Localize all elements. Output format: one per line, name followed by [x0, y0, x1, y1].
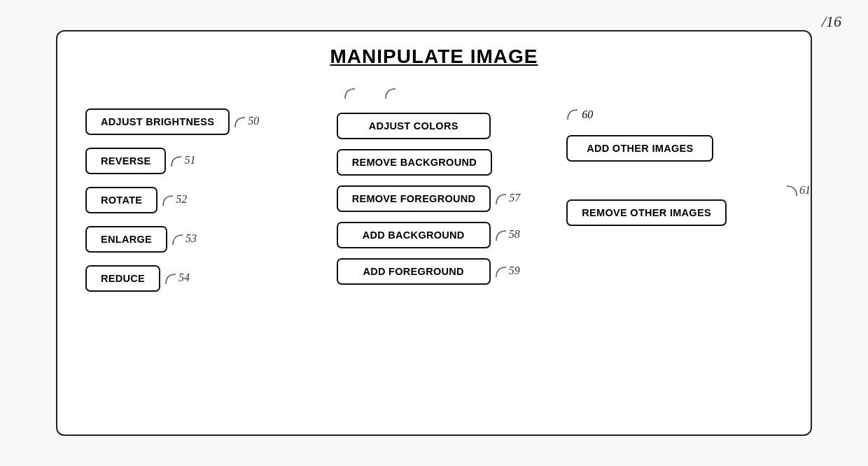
- box-57[interactable]: REMOVE FOREGROUND: [337, 185, 491, 212]
- curve-icon: [785, 185, 799, 197]
- ref-51: 51: [170, 154, 195, 167]
- ref-54: 54: [164, 271, 190, 285]
- center-item-57: REMOVE FOREGROUND57: [337, 185, 553, 212]
- box-55[interactable]: ADJUST COLORS: [337, 113, 491, 139]
- box-52[interactable]: ROTATE: [85, 187, 158, 213]
- left-item-53: ENLARGE53: [85, 226, 316, 253]
- box-53[interactable]: ENLARGE: [85, 226, 167, 253]
- ref-61: 61: [785, 184, 811, 197]
- diagram-title: MANIPULATE IMAGE: [78, 45, 790, 68]
- right-item-60: ADD OTHER IMAGES: [566, 135, 790, 162]
- curve-icon: [495, 193, 509, 206]
- ref-57: 57: [495, 192, 520, 205]
- curve-icon: [170, 155, 184, 168]
- ref-52: 52: [162, 193, 187, 206]
- ref-53: 53: [172, 232, 197, 246]
- ref-60-container: 60: [566, 108, 790, 121]
- center-item-58: ADD BACKGROUND58: [337, 222, 553, 248]
- diagram-box: MANIPULATE IMAGE ADJUST BRIGHTNESS50REVE…: [56, 30, 812, 436]
- box-50[interactable]: ADJUST BRIGHTNESS: [85, 108, 230, 135]
- ref-60-label: 60: [582, 108, 593, 121]
- box-58[interactable]: ADD BACKGROUND: [337, 222, 491, 248]
- box-60[interactable]: ADD OTHER IMAGES: [566, 135, 713, 162]
- right-column: 60ADD OTHER IMAGESREMOVE OTHER IMAGES61: [552, 87, 790, 292]
- curve-icon: [495, 230, 509, 242]
- left-item-54: REDUCE54: [85, 265, 316, 292]
- box-59[interactable]: ADD FOREGROUND: [337, 258, 491, 285]
- right-item-61: REMOVE OTHER IMAGES61: [566, 199, 790, 226]
- center-column: ADJUST COLORSREMOVE BACKGROUNDREMOVE FOR…: [316, 87, 553, 292]
- left-item-51: REVERSE51: [85, 148, 316, 174]
- center-item-55: ADJUST COLORS: [337, 113, 553, 139]
- main-layout: ADJUST BRIGHTNESS50REVERSE51ROTATE52ENLA…: [78, 87, 790, 292]
- left-item-52: ROTATE52: [85, 187, 316, 213]
- curve-icon: [164, 273, 178, 285]
- curve-icon: [162, 195, 176, 207]
- ref-58: 58: [495, 228, 520, 241]
- box-56[interactable]: REMOVE BACKGROUND: [337, 149, 492, 176]
- box-51[interactable]: REVERSE: [85, 148, 166, 174]
- curve-icon: [234, 116, 248, 129]
- page-wrapper: /16 MANIPULATE IMAGE ADJUST BRIGHTNESS50…: [0, 0, 868, 466]
- left-item-50: ADJUST BRIGHTNESS50: [85, 108, 316, 135]
- curve-55-icon: [344, 87, 356, 100]
- curve-icon: [495, 266, 509, 278]
- center-item-56: REMOVE BACKGROUND: [337, 149, 553, 176]
- curve-60-icon: [566, 108, 579, 121]
- center-item-59: ADD FOREGROUND59: [337, 258, 553, 285]
- box-54[interactable]: REDUCE: [85, 265, 160, 292]
- ref-50: 50: [234, 115, 259, 128]
- left-column: ADJUST BRIGHTNESS50REVERSE51ROTATE52ENLA…: [78, 87, 316, 292]
- ref-59: 59: [495, 264, 520, 278]
- curve-56-icon: [384, 87, 397, 100]
- box-61[interactable]: REMOVE OTHER IMAGES: [566, 199, 727, 226]
- figure-number: /16: [822, 13, 841, 31]
- curve-icon: [172, 234, 186, 246]
